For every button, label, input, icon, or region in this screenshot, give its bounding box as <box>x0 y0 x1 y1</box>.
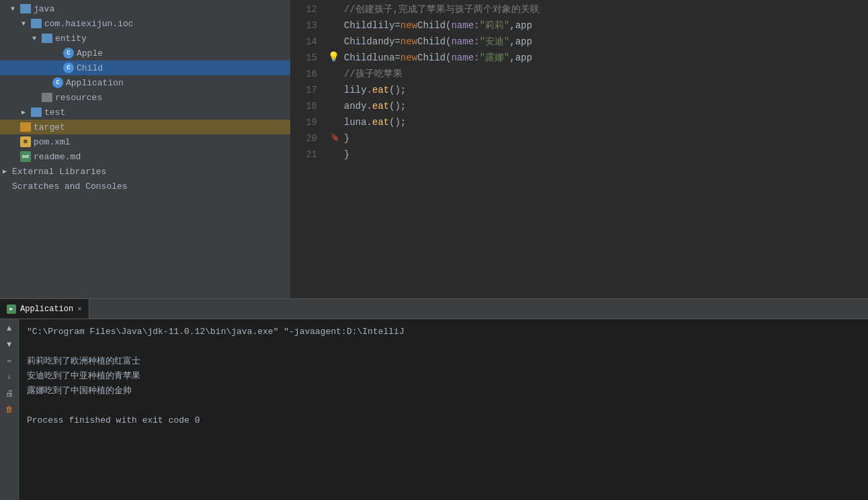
sidebar-item-target[interactable]: target <box>0 120 290 134</box>
maven-icon-pom: m <box>20 136 31 147</box>
code-line-18: andy.eat(); <box>344 98 868 114</box>
tab-application-label: Application <box>20 304 73 314</box>
sidebar-label-test: test <box>44 108 65 118</box>
console-toolbar: ▲ ▼ ⇔ ⇩ 🖨 🗑 <box>0 319 19 500</box>
code-line-17: lily.eat(); <box>344 82 868 98</box>
md-icon-readme: md <box>20 151 31 162</box>
code-line-14: Child andy=new Child( name: "安迪",app <box>344 34 868 50</box>
gutter: 💡 🔖 <box>324 0 344 298</box>
tab-application[interactable]: ▶ Application × <box>0 299 89 319</box>
bulb-icon: 💡 <box>327 48 340 65</box>
sidebar-item-java[interactable]: java <box>0 1 290 16</box>
code-line-19: luna.eat(); <box>344 114 868 130</box>
arrow-test <box>21 108 30 116</box>
bookmark-icon: 🔖 <box>328 129 341 145</box>
line-num-18: 18 <box>290 98 317 114</box>
console-line-1: 莉莉吃到了欧洲种植的红富士 <box>27 354 860 369</box>
sidebar-item-application[interactable]: C Application <box>0 75 290 90</box>
code-line-16: //孩子吃苹果 <box>344 66 868 82</box>
sidebar-label-java: java <box>34 4 54 14</box>
sidebar-label-entity: entity <box>55 34 87 44</box>
code-line-21: } <box>344 147 868 163</box>
bottom-tabs-bar: ▶ Application × <box>0 299 868 319</box>
console-line-3: 露娜吃到了中国种植的金帅 <box>27 384 860 399</box>
sidebar-item-com[interactable]: com.haiexijun.ioc <box>0 16 290 31</box>
folder-icon-target <box>20 122 31 132</box>
line-num-20: 20 <box>290 130 317 147</box>
sidebar-item-pom[interactable]: m pom.xml <box>0 134 290 149</box>
code-view[interactable]: 12 13 14 15 16 17 18 19 20 21 💡 🔖 <box>290 0 868 298</box>
line-num-15: 15 <box>290 50 317 66</box>
line-num-21: 21 <box>290 147 317 163</box>
sidebar-item-test[interactable]: test <box>0 105 290 120</box>
arrow-com <box>21 20 30 28</box>
class-icon-application: C <box>52 77 63 88</box>
folder-icon-entity <box>42 34 52 43</box>
console-empty-2 <box>27 399 860 413</box>
console-output[interactable]: "C:\Program Files\Java\jdk-11.0.12\bin\j… <box>19 319 868 500</box>
folder-icon-resources <box>42 93 52 102</box>
line-num-16: 16 <box>290 66 317 82</box>
bottom-panel: ▶ Application × ▲ ▼ ⇔ ⇩ 🖨 🗑 "C:\Program … <box>0 298 868 500</box>
console-line-2: 安迪吃到了中亚种植的青苹果 <box>27 369 860 384</box>
folder-icon-java <box>20 4 31 13</box>
line-num-14: 14 <box>290 34 317 50</box>
sidebar-item-external[interactable]: External Libraries <box>0 164 290 179</box>
scroll-up-btn[interactable]: ▲ <box>3 322 16 335</box>
code-comment-12: //创建孩子,完成了苹果与孩子两个对象的关联 <box>344 1 539 17</box>
sidebar-label-child: Child <box>77 63 103 73</box>
tab-close-btn[interactable]: × <box>77 305 82 313</box>
sidebar-label-apple: Apple <box>77 48 103 58</box>
line-num-12: 12 <box>290 1 317 17</box>
line-num-17: 17 <box>290 82 317 98</box>
console-empty-1 <box>27 339 860 354</box>
console-line-cmd: "C:\Program Files\Java\jdk-11.0.12\bin\j… <box>27 325 860 339</box>
code-line-15: Child luna=new Child( name: "露娜",app <box>344 50 868 66</box>
sidebar-label-scratches: Scratches and Consoles <box>12 181 128 192</box>
folder-icon-test <box>31 108 42 117</box>
line-num-13: 13 <box>290 17 317 34</box>
folder-icon-com <box>31 19 42 28</box>
scroll-down-btn[interactable]: ▼ <box>3 338 16 351</box>
arrow-entity <box>32 35 40 42</box>
main-area: java com.haiexijun.ioc entity C Apple C … <box>0 0 868 298</box>
sidebar-label-pom: pom.xml <box>34 137 71 147</box>
clear-btn[interactable]: 🗑 <box>3 403 16 416</box>
sidebar-item-readme[interactable]: md readme.md <box>0 149 290 164</box>
line-numbers: 12 13 14 15 16 17 18 19 20 21 <box>290 0 324 298</box>
sidebar-item-scratches[interactable]: Scratches and Consoles <box>0 179 290 194</box>
line-num-19: 19 <box>290 114 317 130</box>
print-btn[interactable]: 🖨 <box>3 386 16 400</box>
sidebar-item-entity[interactable]: entity <box>0 31 290 46</box>
sidebar-item-child[interactable]: C Child <box>0 60 290 75</box>
code-content[interactable]: //创建孩子,完成了苹果与孩子两个对象的关联 Child lily=new Ch… <box>344 0 868 298</box>
console-area: ▲ ▼ ⇔ ⇩ 🖨 🗑 "C:\Program Files\Java\jdk-1… <box>0 319 868 500</box>
class-icon-child: C <box>63 62 74 73</box>
code-line-12: //创建孩子,完成了苹果与孩子两个对象的关联 <box>344 1 868 17</box>
run-icon: ▶ <box>7 304 16 314</box>
code-line-20: } <box>344 130 868 147</box>
soft-wrap-btn[interactable]: ⇔ <box>3 354 16 368</box>
console-line-exit: Process finished with exit code 0 <box>27 413 860 428</box>
editor-area: 12 13 14 15 16 17 18 19 20 21 💡 🔖 <box>290 0 868 298</box>
sidebar-label-resources: resources <box>55 93 102 103</box>
scroll-to-end-btn[interactable]: ⇩ <box>3 370 16 384</box>
sidebar-label-external: External Libraries <box>12 167 106 177</box>
arrow-java <box>11 5 19 13</box>
sidebar-label-com: com.haiexijun.ioc <box>44 19 134 29</box>
sidebar-item-apple[interactable]: C Apple <box>0 46 290 60</box>
sidebar-label-readme: readme.md <box>34 152 81 162</box>
sidebar-item-resources[interactable]: resources <box>0 90 290 105</box>
class-icon-apple: C <box>63 48 74 58</box>
sidebar-label-target: target <box>34 122 65 132</box>
arrow-external <box>3 167 11 175</box>
code-line-13: Child lily=new Child( name: "莉莉",app <box>344 17 868 34</box>
sidebar-label-application: Application <box>66 78 124 88</box>
file-tree: java com.haiexijun.ioc entity C Apple C … <box>0 0 290 298</box>
